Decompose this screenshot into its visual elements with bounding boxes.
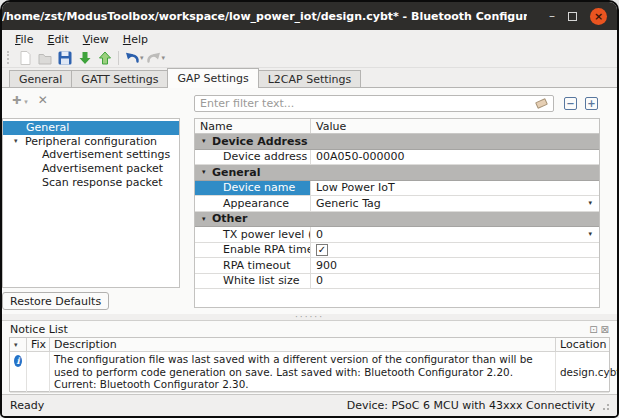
properties-table: Name Value ▾ Device Address Device addre… (194, 118, 600, 308)
status-message: Ready (10, 399, 44, 412)
column-header-location[interactable]: Location (556, 338, 609, 351)
table-row-device-address[interactable]: Device address 00A050-000000 (195, 150, 599, 166)
toolbar: ▾ ▾ (2, 48, 617, 68)
column-header-fix[interactable]: Fix (27, 338, 50, 351)
expander-caret-icon[interactable]: ▾ (14, 137, 25, 145)
tree-item-advertisement-packet[interactable]: Advertisement packet (3, 162, 179, 176)
menu-edit[interactable]: Edit (40, 32, 75, 47)
notice-list-panel: Notice List ⊡ ⊠ ▾ Fix Description Locati… (2, 320, 617, 394)
notice-row[interactable]: i The configuration file was last saved … (10, 352, 609, 393)
appearance-dropdown[interactable]: Generic Tag ▾ (311, 196, 599, 211)
export-icon[interactable] (95, 49, 115, 67)
table-row-appearance[interactable]: Appearance Generic Tag ▾ (195, 196, 599, 212)
white-list-size-value[interactable]: 0 (311, 274, 599, 289)
info-icon: i (14, 355, 22, 367)
group-expander-caret-icon[interactable]: ▾ (202, 215, 212, 223)
import-icon[interactable] (75, 49, 95, 67)
notice-location: design.cybt (556, 352, 609, 392)
menu-help[interactable]: Help (116, 32, 155, 47)
menu-file[interactable]: File (8, 32, 40, 47)
tab-gap-settings[interactable]: GAP Settings (167, 68, 258, 88)
new-file-icon[interactable] (15, 49, 35, 67)
tree-item-general[interactable]: General (3, 121, 179, 135)
open-file-icon[interactable] (35, 49, 55, 67)
group-expander-caret-icon[interactable]: ▾ (202, 137, 212, 145)
tree-item-advertisement-settings[interactable]: Advertisement settings (3, 148, 179, 162)
column-header-value[interactable]: Value (311, 119, 599, 133)
statusbar: Ready Device: PSoC 6 MCU with 43xxx Conn… (2, 394, 617, 416)
tab-l2cap-settings[interactable]: L2CAP Settings (258, 70, 362, 87)
filter-input[interactable] (194, 95, 554, 112)
table-row-device-name[interactable]: Device name Low Power IoT (195, 181, 599, 197)
close-panel-icon[interactable]: ⊠ (601, 324, 609, 335)
table-row-rpa-timeout[interactable]: RPA timeout 900 (195, 258, 599, 274)
dropdown-caret-icon[interactable]: ▾ (588, 230, 592, 238)
bluetooth-configurator-window: /home/zst/ModusToolbox/workspace/low_pow… (0, 0, 619, 418)
undo-icon[interactable] (122, 49, 142, 67)
rpa-timeout-value[interactable]: 900 (311, 258, 599, 273)
toolbar-drag-handle[interactable] (7, 51, 11, 64)
menubar: File Edit View Help (2, 30, 617, 48)
restore-defaults-button[interactable]: Restore Defaults (2, 292, 109, 310)
tabbar: General GATT Settings GAP Settings L2CAP… (2, 68, 617, 88)
resize-grip[interactable] (601, 402, 609, 410)
redo-dropdown-caret-icon[interactable]: ▾ (162, 54, 166, 62)
gap-settings-page: ✚ ▾ ✕ − + General ▾ Peripheral configura… (2, 88, 617, 314)
tx-power-dropdown[interactable]: 0 ▾ (311, 227, 599, 242)
group-expander-caret-icon[interactable]: ▾ (202, 168, 212, 176)
tab-general[interactable]: General (9, 70, 72, 87)
save-icon[interactable] (55, 49, 75, 67)
notice-table-header: ▾ Fix Description Location (10, 338, 609, 352)
device-address-value[interactable]: 00A050-000000 (311, 150, 599, 165)
group-row-other[interactable]: ▾ Other (195, 212, 599, 228)
table-row-tx-power-level[interactable]: TX power level (dBm) 0 ▾ (195, 227, 599, 243)
filter-field-wrap (194, 95, 554, 112)
notice-list-titlebar: Notice List ⊡ ⊠ (2, 321, 617, 337)
properties-table-header: Name Value (195, 119, 599, 134)
table-row-enable-rpa-timeout[interactable]: Enable RPA timeout ✓ (195, 243, 599, 259)
group-row-device-address[interactable]: ▾ Device Address (195, 134, 599, 150)
expand-all-button[interactable]: + (585, 97, 598, 110)
gap-tree: General ▾ Peripheral configuration Adver… (2, 118, 180, 288)
tree-item-scan-response-packet[interactable]: Scan response packet (3, 175, 179, 189)
titlebar: /home/zst/ModusToolbox/workspace/low_pow… (2, 2, 617, 30)
notice-list-title: Notice List (10, 323, 68, 336)
tree-toolbar: ✚ ▾ ✕ (12, 93, 48, 107)
notice-fix-cell (27, 352, 50, 392)
toolbar-separator (118, 51, 119, 65)
sort-indicator-icon[interactable]: ▾ (10, 338, 27, 351)
column-header-description[interactable]: Description (50, 338, 556, 351)
dropdown-caret-icon[interactable]: ▾ (588, 199, 592, 207)
device-label: Device: PSoC 6 MCU with 43xxx Connectivi… (347, 399, 595, 412)
minimize-icon[interactable]: – (549, 11, 555, 21)
notice-description: The configuration file was last saved wi… (50, 352, 556, 392)
add-icon[interactable]: ✚ (12, 94, 21, 107)
maximize-icon[interactable] (568, 12, 577, 21)
window-title: /home/zst/ModusToolbox/workspace/low_pow… (2, 10, 527, 23)
add-dropdown-caret-icon[interactable]: ▾ (24, 98, 28, 106)
tree-item-peripheral-configuration[interactable]: ▾ Peripheral configuration (3, 135, 179, 149)
float-panel-icon[interactable]: ⊡ (589, 324, 597, 335)
device-name-value[interactable]: Low Power IoT (311, 181, 599, 196)
tab-gatt-settings[interactable]: GATT Settings (71, 70, 168, 87)
redo-icon[interactable] (144, 49, 164, 67)
enable-rpa-timeout-checkbox[interactable]: ✓ (316, 244, 328, 256)
table-row-white-list-size[interactable]: White list size 0 (195, 274, 599, 290)
column-header-name[interactable]: Name (195, 119, 311, 133)
notice-table: ▾ Fix Description Location i The configu… (9, 337, 610, 392)
collapse-all-button[interactable]: − (564, 97, 577, 110)
menu-view[interactable]: View (76, 32, 116, 47)
group-row-general[interactable]: ▾ General (195, 165, 599, 181)
close-icon[interactable]: × (590, 8, 607, 25)
delete-icon[interactable]: ✕ (38, 93, 48, 107)
